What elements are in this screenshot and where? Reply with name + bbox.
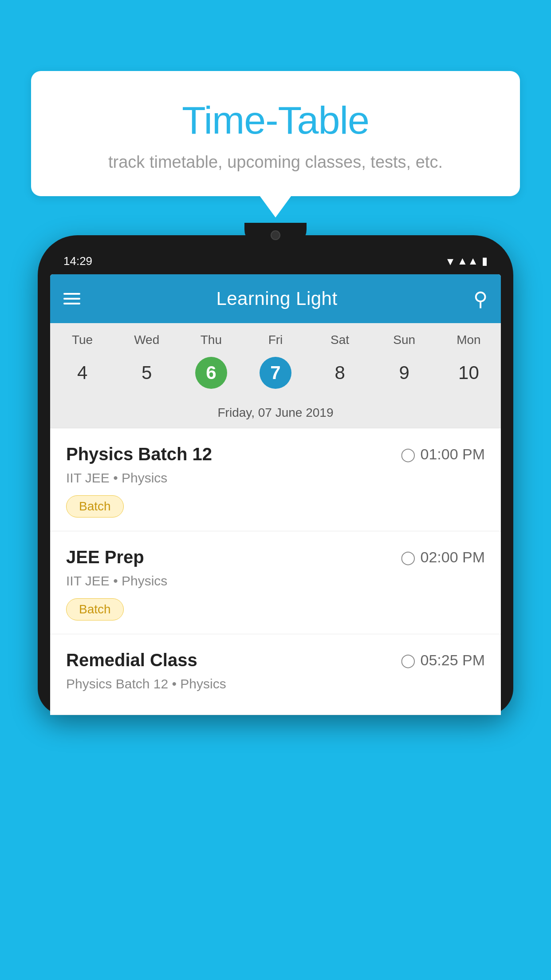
status-icons: ▾ ▲▲ ▮ [447,254,488,269]
app-bar: Learning Light ⚲ [50,274,501,323]
schedule-time-1: ◯ 01:00 PM [401,446,485,463]
day-circle-7: 7 [260,357,291,389]
schedule-meta-3: Physics Batch 12 • Physics [66,676,485,692]
schedule-item-1[interactable]: Physics Batch 12 ◯ 01:00 PM IIT JEE • Ph… [50,428,501,531]
day-header-thu: Thu [179,323,243,352]
day-4[interactable]: 4 [50,352,114,397]
status-bar: 14:29 ▾ ▲▲ ▮ [50,248,501,274]
day-header-sat: Sat [308,323,372,352]
time-value-3: 05:25 PM [420,652,485,669]
schedule-name-3: Remedial Class [66,650,197,670]
day-header-mon: Mon [437,323,501,352]
schedule-item-3-top: Remedial Class ◯ 05:25 PM [66,650,485,670]
schedule-list: Physics Batch 12 ◯ 01:00 PM IIT JEE • Ph… [50,428,501,715]
signal-icon: ▲▲ [457,255,478,267]
bubble-title: Time-Table [53,98,498,143]
day-header-fri: Fri [243,323,307,352]
phone-mockup: 14:29 ▾ ▲▲ ▮ Learning Light ⚲ Tue W [38,235,513,980]
wifi-icon: ▾ [447,254,453,269]
schedule-meta-2: IIT JEE • Physics [66,573,485,589]
batch-tag-1: Batch [66,495,124,518]
day-numbers: 4 5 6 7 8 9 10 [50,352,501,400]
time-value-2: 02:00 PM [420,549,485,566]
day-9[interactable]: 9 [372,352,437,397]
day-circle-6: 6 [195,357,227,389]
selected-date-label: Friday, 07 June 2019 [50,400,501,428]
clock-icon-1: ◯ [401,447,416,462]
phone-outer: 14:29 ▾ ▲▲ ▮ Learning Light ⚲ Tue W [38,235,513,715]
schedule-item-3[interactable]: Remedial Class ◯ 05:25 PM Physics Batch … [50,634,501,715]
day-header-tue: Tue [50,323,114,352]
day-6[interactable]: 6 [179,352,243,397]
schedule-name-2: JEE Prep [66,547,144,567]
day-7[interactable]: 7 [243,352,307,397]
schedule-time-2: ◯ 02:00 PM [401,549,485,566]
schedule-item-1-top: Physics Batch 12 ◯ 01:00 PM [66,444,485,464]
search-icon[interactable]: ⚲ [473,288,488,310]
schedule-item-2[interactable]: JEE Prep ◯ 02:00 PM IIT JEE • Physics Ba… [50,531,501,634]
bubble-subtitle: track timetable, upcoming classes, tests… [53,153,498,172]
schedule-meta-1: IIT JEE • Physics [66,470,485,486]
calendar-section: Tue Wed Thu Fri Sat Sun Mon 4 5 6 7 [50,323,501,428]
schedule-item-2-top: JEE Prep ◯ 02:00 PM [66,547,485,567]
time-value-1: 01:00 PM [420,446,485,463]
day-header-wed: Wed [114,323,179,352]
clock-icon-3: ◯ [401,652,416,668]
day-header-sun: Sun [372,323,437,352]
day-5[interactable]: 5 [114,352,179,397]
battery-icon: ▮ [482,255,488,267]
menu-icon[interactable] [63,293,80,304]
app-title: Learning Light [216,288,337,309]
schedule-name-1: Physics Batch 12 [66,444,212,464]
speech-bubble-section: Time-Table track timetable, upcoming cla… [31,71,520,196]
day-8[interactable]: 8 [308,352,372,397]
camera [271,230,280,240]
day-headers: Tue Wed Thu Fri Sat Sun Mon [50,323,501,352]
day-10[interactable]: 10 [437,352,501,397]
phone-notch [244,223,307,247]
status-time: 14:29 [63,254,92,268]
speech-bubble: Time-Table track timetable, upcoming cla… [31,71,520,196]
clock-icon-2: ◯ [401,549,416,565]
phone-screen: Learning Light ⚲ Tue Wed Thu Fri Sat Sun… [50,274,501,715]
schedule-time-3: ◯ 05:25 PM [401,652,485,669]
batch-tag-2: Batch [66,598,124,620]
